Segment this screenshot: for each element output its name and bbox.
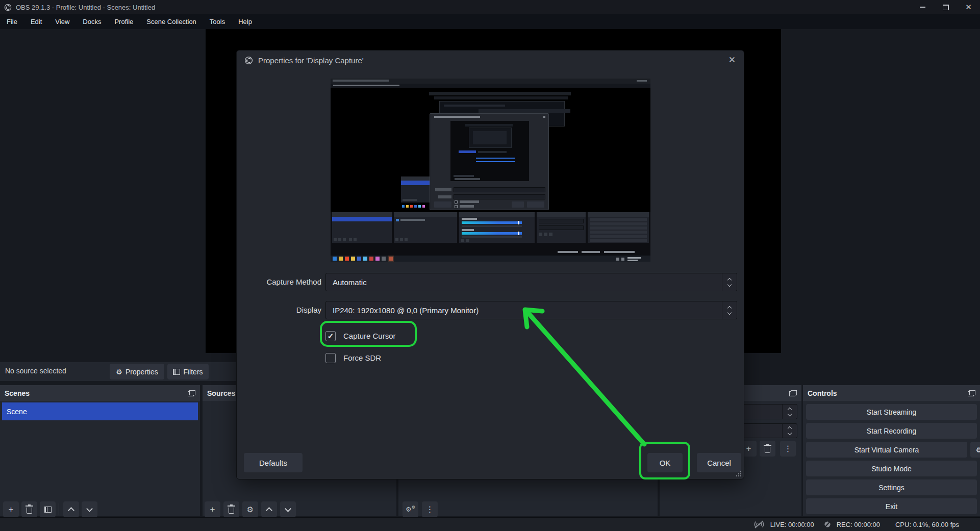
- scenes-dock: Scenes Scene +: [0, 385, 200, 516]
- rec-timer: REC: 00:00:00: [837, 521, 880, 528]
- source-up-button[interactable]: [261, 501, 277, 517]
- popout-icon[interactable]: [188, 390, 195, 396]
- menu-scene-collection[interactable]: Scene Collection: [140, 14, 203, 29]
- gear-icon: ⚙: [976, 446, 980, 454]
- minimize-button[interactable]: [911, 0, 934, 14]
- ok-button[interactable]: OK: [647, 453, 683, 472]
- trash-icon: [27, 508, 32, 514]
- force-sdr-label[interactable]: Force SDR: [343, 353, 381, 363]
- scenes-dock-header: Scenes: [0, 385, 200, 401]
- start-recording-button[interactable]: Start Recording: [806, 423, 977, 439]
- cpu-fps-status: CPU: 0.1%, 60.00 fps: [895, 521, 959, 528]
- capture-cursor-label[interactable]: Capture Cursor: [343, 331, 396, 341]
- mini-gear-icon: ⚙: [412, 505, 415, 510]
- source-properties-button[interactable]: ⚙: [242, 501, 258, 517]
- chevron-down-icon: [727, 310, 732, 314]
- chevron-down-icon: [788, 412, 792, 416]
- stream-inactive-icon: [753, 520, 765, 528]
- capture-method-label: Capture Method: [237, 273, 321, 291]
- menu-tools[interactable]: Tools: [203, 14, 232, 29]
- gear-icon: ⚙: [116, 368, 122, 376]
- record-inactive-icon: [823, 520, 832, 528]
- defaults-button[interactable]: Defaults: [244, 453, 303, 472]
- remove-scene-button[interactable]: [21, 501, 37, 517]
- popout-icon[interactable]: [968, 390, 975, 396]
- chevron-down-icon: [86, 505, 93, 512]
- menu-edit[interactable]: Edit: [24, 14, 48, 29]
- trash-icon: [765, 447, 770, 453]
- chevron-down-icon: [727, 282, 732, 286]
- scene-filters-button[interactable]: [40, 501, 56, 517]
- mixer-menu-button[interactable]: ⋮: [422, 501, 438, 517]
- preview-inner-dialog: [430, 113, 549, 210]
- scene-list-item[interactable]: Scene: [2, 402, 198, 420]
- source-toolbar-status: No source selected: [5, 367, 66, 375]
- restore-button[interactable]: [934, 0, 957, 14]
- menu-view[interactable]: View: [48, 14, 76, 29]
- menu-bar: File Edit View Docks Profile Scene Colle…: [0, 14, 980, 29]
- scene-up-button[interactable]: [63, 501, 79, 517]
- filters-icon: [173, 369, 180, 375]
- force-sdr-checkbox[interactable]: [325, 353, 336, 363]
- dialog-title: Properties for 'Display Capture': [258, 56, 364, 65]
- filters-icon: [44, 507, 52, 513]
- checkmark-icon: ✓: [328, 332, 334, 341]
- start-streaming-button[interactable]: Start Streaming: [806, 404, 977, 420]
- restore-icon: [943, 5, 949, 10]
- gear-icon: ⚙: [247, 505, 254, 514]
- virtual-camera-config-button[interactable]: ⚙: [970, 442, 980, 458]
- menu-profile[interactable]: Profile: [108, 14, 140, 29]
- status-bar: LIVE: 00:00:00 REC: 00:00:00 CPU: 0.1%, …: [0, 517, 980, 531]
- exit-button[interactable]: Exit: [806, 498, 977, 514]
- cancel-button[interactable]: Cancel: [697, 453, 741, 472]
- window-title: OBS 29.1.3 - Profile: Untitled - Scenes:…: [16, 4, 155, 11]
- minimize-icon: [920, 7, 925, 8]
- live-timer: LIVE: 00:00:00: [770, 521, 814, 528]
- studio-mode-button[interactable]: Studio Mode: [806, 461, 977, 476]
- chevron-up-icon: [68, 507, 74, 514]
- properties-dialog: Properties for 'Display Capture' ✕: [236, 50, 744, 479]
- popout-icon[interactable]: [789, 390, 797, 396]
- title-bar: OBS 29.1.3 - Profile: Untitled - Scenes:…: [0, 0, 980, 14]
- remove-transition-button[interactable]: [760, 441, 775, 457]
- chevron-up-icon: [788, 426, 792, 431]
- resize-grip[interactable]: [736, 471, 741, 476]
- menu-file[interactable]: File: [0, 14, 24, 29]
- menu-help[interactable]: Help: [232, 14, 259, 29]
- display-label: Display: [237, 301, 321, 319]
- chevron-down-icon: [788, 431, 792, 435]
- settings-button[interactable]: Settings: [806, 479, 977, 495]
- scene-down-button[interactable]: [82, 501, 97, 517]
- transition-menu-button[interactable]: ⋮: [780, 441, 796, 457]
- source-down-button[interactable]: [280, 501, 296, 517]
- remove-source-button[interactable]: [223, 501, 239, 517]
- chevron-up-icon: [788, 407, 792, 411]
- obs-logo-icon: [4, 4, 12, 11]
- chevron-up-icon: [266, 507, 272, 514]
- chevron-up-icon: [727, 306, 732, 310]
- dialog-preview-image: [331, 79, 650, 262]
- close-button[interactable]: ✕: [957, 0, 980, 14]
- capture-method-select[interactable]: Automatic: [325, 273, 737, 291]
- menu-docks[interactable]: Docks: [76, 14, 108, 29]
- advanced-audio-button[interactable]: ⚙⚙: [403, 501, 418, 517]
- display-select[interactable]: IP240: 1920x1080 @ 0,0 (Primary Monitor): [325, 301, 737, 319]
- trash-icon: [229, 508, 234, 514]
- add-scene-button[interactable]: +: [3, 501, 19, 517]
- start-virtual-camera-button[interactable]: Start Virtual Camera: [806, 442, 967, 458]
- add-source-button[interactable]: +: [205, 501, 220, 517]
- obs-logo-icon: [244, 56, 253, 65]
- chevron-down-icon: [285, 505, 291, 512]
- toolbar-separator: [59, 503, 59, 515]
- filters-button[interactable]: Filters: [167, 364, 209, 380]
- properties-button[interactable]: ⚙ Properties: [110, 364, 164, 380]
- controls-dock-header: Controls: [803, 385, 980, 401]
- controls-dock: Controls Start Streaming Start Recording…: [803, 385, 980, 516]
- chevron-up-icon: [727, 277, 732, 282]
- capture-cursor-checkbox[interactable]: ✓: [325, 331, 336, 341]
- dialog-close-icon[interactable]: ✕: [728, 55, 736, 65]
